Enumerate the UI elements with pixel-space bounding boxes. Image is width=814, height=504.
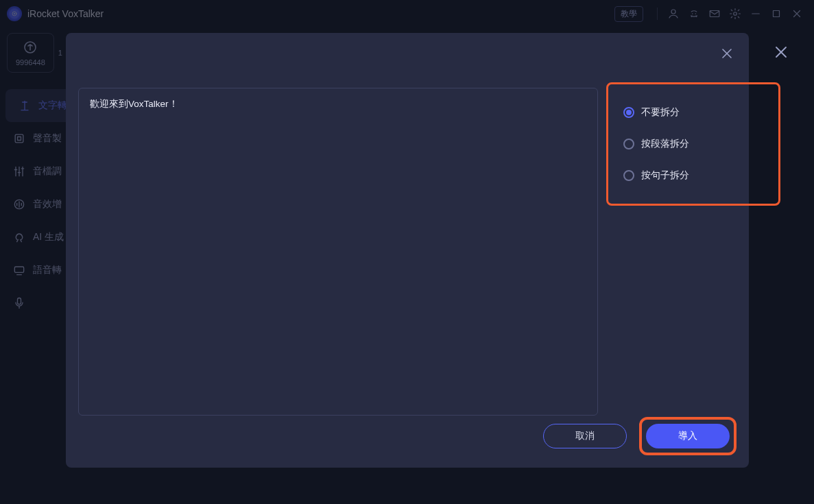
text-input-area[interactable]: 歡迎來到VoxTalker！ bbox=[78, 88, 598, 416]
split-options-group: 不要拆分 按段落拆分 按句子拆分 bbox=[606, 82, 780, 206]
modal-footer: 取消 導入 bbox=[543, 417, 737, 455]
radio-unselected-icon bbox=[623, 170, 634, 181]
radio-selected-icon bbox=[623, 107, 634, 118]
cancel-button[interactable]: 取消 bbox=[543, 424, 627, 448]
welcome-text: 歡迎來到VoxTalker！ bbox=[90, 98, 586, 110]
import-button[interactable]: 導入 bbox=[646, 424, 730, 448]
import-highlight-box: 導入 bbox=[639, 417, 737, 455]
split-option-label: 按段落拆分 bbox=[641, 138, 689, 150]
split-option-label: 不要拆分 bbox=[641, 106, 680, 119]
split-option-sentence[interactable]: 按句子拆分 bbox=[618, 160, 769, 191]
split-option-paragraph[interactable]: 按段落拆分 bbox=[618, 128, 769, 160]
import-modal: 歡迎來到VoxTalker！ 不要拆分 按段落拆分 按句子拆分 取消 導入 bbox=[66, 33, 749, 468]
radio-unselected-icon bbox=[623, 139, 634, 149]
split-option-label: 按句子拆分 bbox=[641, 169, 689, 182]
panel-close-icon[interactable] bbox=[771, 43, 791, 62]
split-option-no-split[interactable]: 不要拆分 bbox=[618, 97, 769, 128]
modal-close-icon[interactable] bbox=[719, 45, 735, 62]
